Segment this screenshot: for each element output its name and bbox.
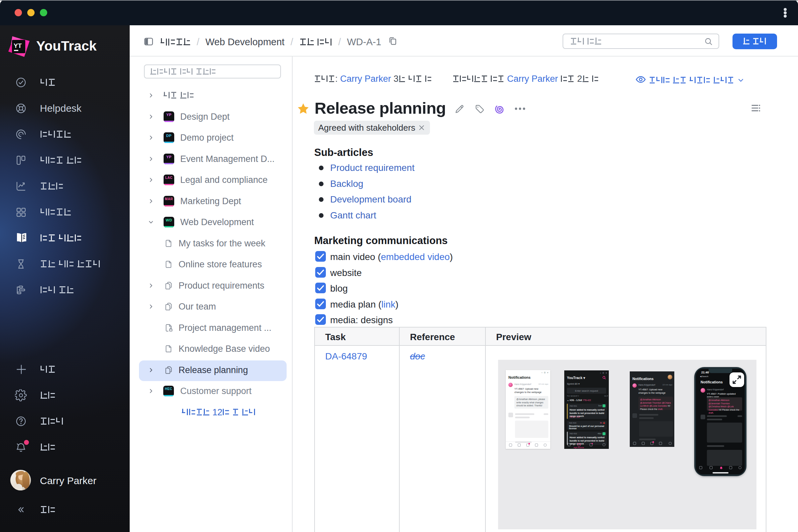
svg-text:YT: YT bbox=[14, 42, 22, 49]
